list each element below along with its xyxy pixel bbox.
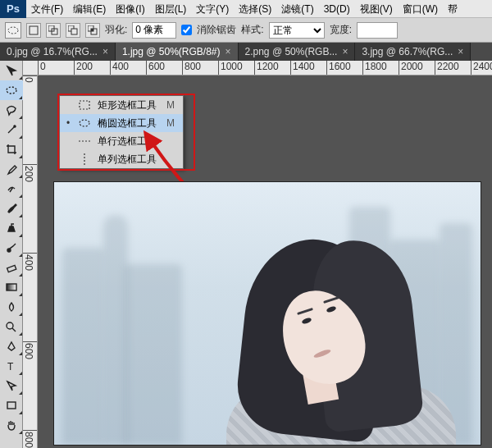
app-logo: Ps bbox=[0, 0, 26, 18]
rectangle-shape-tool[interactable] bbox=[0, 395, 23, 415]
check-mark: • bbox=[65, 117, 71, 129]
hand-tool[interactable] bbox=[0, 415, 23, 435]
history-brush-tool[interactable] bbox=[0, 238, 23, 258]
ellipse-marquee-icon bbox=[7, 25, 19, 36]
path-selection-tool[interactable] bbox=[0, 376, 23, 395]
svg-point-9 bbox=[7, 87, 16, 94]
ruler-vertical: 0200400600800 bbox=[23, 75, 38, 448]
ruler-horizontal: 0200400600800100012001400160018002000220… bbox=[23, 61, 492, 75]
feather-label: 羽化: bbox=[105, 23, 127, 37]
svg-rect-17 bbox=[80, 101, 89, 109]
flyout-label: 椭圆选框工具 bbox=[98, 117, 157, 130]
menu-l[interactable]: 图层(L) bbox=[150, 0, 192, 18]
move-tool[interactable] bbox=[0, 61, 23, 80]
selection-subtract-button[interactable] bbox=[66, 23, 80, 38]
menu-[interactable]: 帮 bbox=[443, 0, 462, 18]
clone-stamp-tool[interactable] bbox=[0, 218, 23, 238]
svg-rect-5 bbox=[71, 29, 77, 34]
flyout-label: 单列选框工具 bbox=[98, 153, 157, 167]
svg-rect-8 bbox=[91, 29, 93, 31]
document-tab[interactable]: 2.png @ 50%(RGB...× bbox=[239, 43, 356, 61]
flyout-label: 单行选框工具 bbox=[98, 135, 157, 149]
antialias-label: 消除锯齿 bbox=[197, 23, 236, 37]
antialias-checkbox[interactable] bbox=[181, 25, 192, 35]
ellipse-marquee-icon bbox=[78, 117, 91, 130]
type-tool[interactable]: T bbox=[0, 356, 23, 376]
menu-i[interactable]: 图像(I) bbox=[111, 0, 149, 18]
blur-tool[interactable] bbox=[0, 297, 23, 317]
flyout-item[interactable]: •椭圆选框工具M bbox=[60, 114, 183, 132]
shortcut-label: M bbox=[163, 99, 175, 111]
canvas-area[interactable]: 矩形选框工具M•椭圆选框工具M单行选框工具单列选框工具 bbox=[38, 75, 492, 448]
tool-palette: T bbox=[0, 61, 23, 448]
svg-point-0 bbox=[8, 27, 18, 34]
selection-add-button[interactable] bbox=[46, 23, 61, 38]
healing-brush-tool[interactable] bbox=[0, 179, 23, 199]
menu-t[interactable]: 滤镜(T) bbox=[276, 0, 318, 18]
width-label: 宽度: bbox=[330, 23, 352, 37]
lasso-tool[interactable] bbox=[0, 100, 23, 120]
pen-tool[interactable] bbox=[0, 336, 23, 356]
selection-new-button[interactable] bbox=[26, 23, 41, 38]
document-tab[interactable]: 0.jpg @ 16.7%(RG...× bbox=[0, 43, 116, 61]
magic-wand-tool[interactable] bbox=[0, 120, 23, 139]
document-image[interactable] bbox=[54, 182, 481, 445]
eraser-tool[interactable] bbox=[0, 258, 23, 277]
width-input bbox=[357, 22, 398, 39]
flyout-item[interactable]: 单列选框工具 bbox=[60, 150, 183, 168]
document-tabs: 0.jpg @ 16.7%(RG...×1.jpg @ 50%(RGB/8#)×… bbox=[0, 43, 492, 61]
close-icon[interactable]: × bbox=[458, 43, 463, 61]
svg-rect-16 bbox=[7, 402, 16, 409]
document-tab[interactable]: 3.jpg @ 66.7%(RG...× bbox=[355, 43, 471, 61]
dodge-tool[interactable] bbox=[0, 317, 23, 336]
style-label: 样式: bbox=[241, 23, 263, 37]
close-icon[interactable]: × bbox=[226, 43, 231, 61]
marquee-flyout-menu: 矩形选框工具M•椭圆选框工具M单行选框工具单列选框工具 bbox=[59, 95, 184, 169]
document-tab[interactable]: 1.jpg @ 50%(RGB/8#)× bbox=[116, 43, 239, 61]
menu-f[interactable]: 文件(F) bbox=[26, 0, 68, 18]
svg-rect-13 bbox=[7, 284, 16, 290]
gradient-tool[interactable] bbox=[0, 277, 23, 297]
menu-v[interactable]: 视图(V) bbox=[355, 0, 398, 18]
close-icon[interactable]: × bbox=[342, 43, 348, 61]
shortcut-label: M bbox=[163, 117, 175, 129]
menu-e[interactable]: 编辑(E) bbox=[68, 0, 111, 18]
flyout-item[interactable]: 单行选框工具 bbox=[60, 132, 183, 150]
svg-point-11 bbox=[7, 249, 11, 252]
selection-intersect-button[interactable] bbox=[85, 23, 100, 38]
menu-dd[interactable]: 3D(D) bbox=[319, 0, 355, 18]
style-select[interactable]: 正常 bbox=[269, 22, 325, 39]
menu-y[interactable]: 文字(Y) bbox=[191, 0, 234, 18]
svg-point-18 bbox=[80, 120, 89, 126]
menu-w[interactable]: 窗口(W) bbox=[398, 0, 443, 18]
portrait-subject bbox=[202, 240, 448, 445]
rect-marquee-icon bbox=[78, 98, 91, 112]
close-icon[interactable]: × bbox=[102, 43, 108, 61]
active-tool-indicator[interactable] bbox=[5, 22, 21, 39]
svg-point-14 bbox=[7, 322, 13, 329]
flyout-item[interactable]: 矩形选框工具M bbox=[60, 96, 183, 114]
flyout-label: 矩形选框工具 bbox=[98, 98, 157, 112]
eyedropper-tool[interactable] bbox=[0, 159, 23, 179]
svg-rect-12 bbox=[7, 265, 16, 272]
svg-rect-1 bbox=[30, 26, 38, 34]
options-bar: 羽化: 消除锯齿 样式: 正常 宽度: bbox=[0, 18, 492, 43]
marquee-tool[interactable] bbox=[0, 80, 23, 100]
menu-s[interactable]: 选择(S) bbox=[234, 0, 276, 18]
col-marquee-icon bbox=[78, 153, 91, 166]
row-marquee-icon bbox=[78, 135, 91, 148]
svg-point-10 bbox=[14, 126, 16, 127]
brush-tool[interactable] bbox=[0, 199, 23, 218]
svg-text:T: T bbox=[7, 361, 14, 373]
feather-input[interactable] bbox=[132, 22, 176, 39]
crop-tool[interactable] bbox=[0, 139, 23, 159]
menu-bar: Ps 文件(F)编辑(E)图像(I)图层(L)文字(Y)选择(S)滤镜(T)3D… bbox=[0, 0, 492, 18]
